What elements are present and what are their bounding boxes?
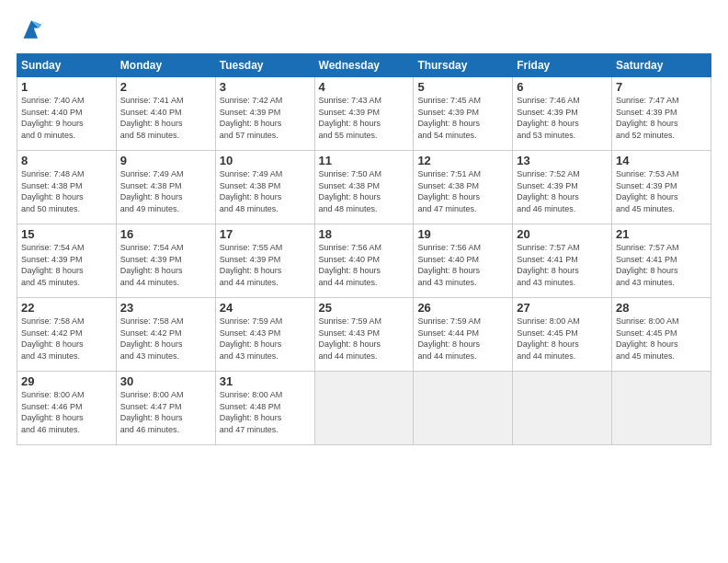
day-number: 26 xyxy=(417,301,508,315)
day-number: 2 xyxy=(120,80,211,94)
calendar-cell: 3Sunrise: 7:42 AM Sunset: 4:39 PM Daylig… xyxy=(215,77,314,151)
calendar-cell xyxy=(414,372,513,445)
calendar-week-row: 1Sunrise: 7:40 AM Sunset: 4:40 PM Daylig… xyxy=(17,77,711,151)
day-info: Sunrise: 8:00 AM Sunset: 4:45 PM Dayligh… xyxy=(517,316,608,362)
calendar-header-row: SundayMondayTuesdayWednesdayThursdayFrid… xyxy=(17,54,711,77)
logo xyxy=(17,17,44,46)
day-info: Sunrise: 7:49 AM Sunset: 4:38 PM Dayligh… xyxy=(120,168,211,214)
calendar-body: 1Sunrise: 7:40 AM Sunset: 4:40 PM Daylig… xyxy=(17,77,711,445)
day-info: Sunrise: 7:53 AM Sunset: 4:39 PM Dayligh… xyxy=(616,168,707,214)
calendar-week-row: 22Sunrise: 7:58 AM Sunset: 4:42 PM Dayli… xyxy=(17,298,711,372)
calendar-cell: 17Sunrise: 7:55 AM Sunset: 4:39 PM Dayli… xyxy=(215,224,314,298)
day-info: Sunrise: 8:00 AM Sunset: 4:46 PM Dayligh… xyxy=(21,389,112,435)
day-number: 25 xyxy=(319,301,410,315)
day-number: 16 xyxy=(120,227,211,241)
day-info: Sunrise: 7:52 AM Sunset: 4:39 PM Dayligh… xyxy=(517,168,608,214)
day-number: 23 xyxy=(120,301,211,315)
day-number: 4 xyxy=(319,80,410,94)
day-info: Sunrise: 7:46 AM Sunset: 4:39 PM Dayligh… xyxy=(517,95,608,141)
calendar-cell: 9Sunrise: 7:49 AM Sunset: 4:38 PM Daylig… xyxy=(116,151,215,224)
calendar-cell: 6Sunrise: 7:46 AM Sunset: 4:39 PM Daylig… xyxy=(513,77,612,151)
day-info: Sunrise: 7:58 AM Sunset: 4:42 PM Dayligh… xyxy=(120,316,211,362)
day-number: 6 xyxy=(517,80,608,94)
day-info: Sunrise: 7:41 AM Sunset: 4:40 PM Dayligh… xyxy=(120,95,211,141)
day-info: Sunrise: 7:50 AM Sunset: 4:38 PM Dayligh… xyxy=(319,168,410,214)
calendar-cell: 31Sunrise: 8:00 AM Sunset: 4:48 PM Dayli… xyxy=(215,372,314,445)
header xyxy=(17,17,711,46)
day-info: Sunrise: 7:59 AM Sunset: 4:44 PM Dayligh… xyxy=(417,316,508,362)
day-number: 19 xyxy=(417,227,508,241)
day-number: 1 xyxy=(21,80,112,94)
calendar-cell: 2Sunrise: 7:41 AM Sunset: 4:40 PM Daylig… xyxy=(116,77,215,151)
weekday-header: Friday xyxy=(513,54,612,77)
day-number: 3 xyxy=(220,80,311,94)
day-info: Sunrise: 7:43 AM Sunset: 4:39 PM Dayligh… xyxy=(319,95,410,141)
day-info: Sunrise: 7:47 AM Sunset: 4:39 PM Dayligh… xyxy=(616,95,707,141)
calendar-cell: 22Sunrise: 7:58 AM Sunset: 4:42 PM Dayli… xyxy=(17,298,117,372)
day-number: 20 xyxy=(517,227,608,241)
day-number: 15 xyxy=(21,227,112,241)
calendar-cell xyxy=(314,372,414,445)
day-number: 29 xyxy=(21,374,112,388)
weekday-header: Tuesday xyxy=(215,54,314,77)
calendar-cell: 10Sunrise: 7:49 AM Sunset: 4:38 PM Dayli… xyxy=(215,151,314,224)
day-info: Sunrise: 7:49 AM Sunset: 4:38 PM Dayligh… xyxy=(220,168,311,214)
calendar-cell: 24Sunrise: 7:59 AM Sunset: 4:43 PM Dayli… xyxy=(215,298,314,372)
day-number: 27 xyxy=(517,301,608,315)
day-number: 12 xyxy=(417,154,508,167)
calendar-cell: 30Sunrise: 8:00 AM Sunset: 4:47 PM Dayli… xyxy=(116,372,215,445)
day-number: 5 xyxy=(417,80,508,94)
day-info: Sunrise: 7:40 AM Sunset: 4:40 PM Dayligh… xyxy=(21,95,112,141)
day-info: Sunrise: 7:51 AM Sunset: 4:38 PM Dayligh… xyxy=(417,168,508,214)
day-number: 8 xyxy=(21,154,112,167)
weekday-header: Monday xyxy=(116,54,215,77)
day-number: 31 xyxy=(220,374,311,388)
day-number: 17 xyxy=(220,227,311,241)
calendar-table: SundayMondayTuesdayWednesdayThursdayFrid… xyxy=(17,53,711,445)
day-info: Sunrise: 7:45 AM Sunset: 4:39 PM Dayligh… xyxy=(417,95,508,141)
calendar-week-row: 15Sunrise: 7:54 AM Sunset: 4:39 PM Dayli… xyxy=(17,224,711,298)
day-number: 21 xyxy=(616,227,707,241)
day-number: 24 xyxy=(220,301,311,315)
day-info: Sunrise: 7:42 AM Sunset: 4:39 PM Dayligh… xyxy=(220,95,311,141)
day-info: Sunrise: 8:00 AM Sunset: 4:47 PM Dayligh… xyxy=(120,389,211,435)
calendar-cell: 27Sunrise: 8:00 AM Sunset: 4:45 PM Dayli… xyxy=(513,298,612,372)
calendar-cell: 5Sunrise: 7:45 AM Sunset: 4:39 PM Daylig… xyxy=(414,77,513,151)
day-info: Sunrise: 8:00 AM Sunset: 4:48 PM Dayligh… xyxy=(220,389,311,435)
calendar-cell: 12Sunrise: 7:51 AM Sunset: 4:38 PM Dayli… xyxy=(414,151,513,224)
day-info: Sunrise: 7:58 AM Sunset: 4:42 PM Dayligh… xyxy=(21,316,112,362)
weekday-header: Saturday xyxy=(612,54,711,77)
calendar-cell xyxy=(612,372,711,445)
page: SundayMondayTuesdayWednesdayThursdayFrid… xyxy=(0,0,728,563)
weekday-header: Wednesday xyxy=(314,54,414,77)
day-number: 13 xyxy=(517,154,608,167)
day-number: 30 xyxy=(120,374,211,388)
calendar-cell: 23Sunrise: 7:58 AM Sunset: 4:42 PM Dayli… xyxy=(116,298,215,372)
calendar-cell: 4Sunrise: 7:43 AM Sunset: 4:39 PM Daylig… xyxy=(314,77,414,151)
calendar-cell: 25Sunrise: 7:59 AM Sunset: 4:43 PM Dayli… xyxy=(314,298,414,372)
calendar-cell: 15Sunrise: 7:54 AM Sunset: 4:39 PM Dayli… xyxy=(17,224,117,298)
calendar-cell: 7Sunrise: 7:47 AM Sunset: 4:39 PM Daylig… xyxy=(612,77,711,151)
day-info: Sunrise: 7:48 AM Sunset: 4:38 PM Dayligh… xyxy=(21,168,112,214)
weekday-header: Thursday xyxy=(414,54,513,77)
calendar-cell: 28Sunrise: 8:00 AM Sunset: 4:45 PM Dayli… xyxy=(612,298,711,372)
day-info: Sunrise: 7:57 AM Sunset: 4:41 PM Dayligh… xyxy=(517,242,608,288)
day-info: Sunrise: 7:54 AM Sunset: 4:39 PM Dayligh… xyxy=(21,242,112,288)
calendar-cell: 18Sunrise: 7:56 AM Sunset: 4:40 PM Dayli… xyxy=(314,224,414,298)
calendar-week-row: 8Sunrise: 7:48 AM Sunset: 4:38 PM Daylig… xyxy=(17,151,711,224)
calendar-cell: 11Sunrise: 7:50 AM Sunset: 4:38 PM Dayli… xyxy=(314,151,414,224)
day-info: Sunrise: 7:57 AM Sunset: 4:41 PM Dayligh… xyxy=(616,242,707,288)
day-number: 18 xyxy=(319,227,410,241)
calendar-cell: 1Sunrise: 7:40 AM Sunset: 4:40 PM Daylig… xyxy=(17,77,117,151)
calendar-cell: 14Sunrise: 7:53 AM Sunset: 4:39 PM Dayli… xyxy=(612,151,711,224)
day-info: Sunrise: 7:55 AM Sunset: 4:39 PM Dayligh… xyxy=(220,242,311,288)
day-number: 11 xyxy=(319,154,410,167)
day-number: 28 xyxy=(616,301,707,315)
day-info: Sunrise: 7:56 AM Sunset: 4:40 PM Dayligh… xyxy=(417,242,508,288)
day-number: 22 xyxy=(21,301,112,315)
day-number: 14 xyxy=(616,154,707,167)
calendar-cell: 21Sunrise: 7:57 AM Sunset: 4:41 PM Dayli… xyxy=(612,224,711,298)
day-info: Sunrise: 7:59 AM Sunset: 4:43 PM Dayligh… xyxy=(319,316,410,362)
calendar-cell xyxy=(513,372,612,445)
calendar-cell: 29Sunrise: 8:00 AM Sunset: 4:46 PM Dayli… xyxy=(17,372,117,445)
